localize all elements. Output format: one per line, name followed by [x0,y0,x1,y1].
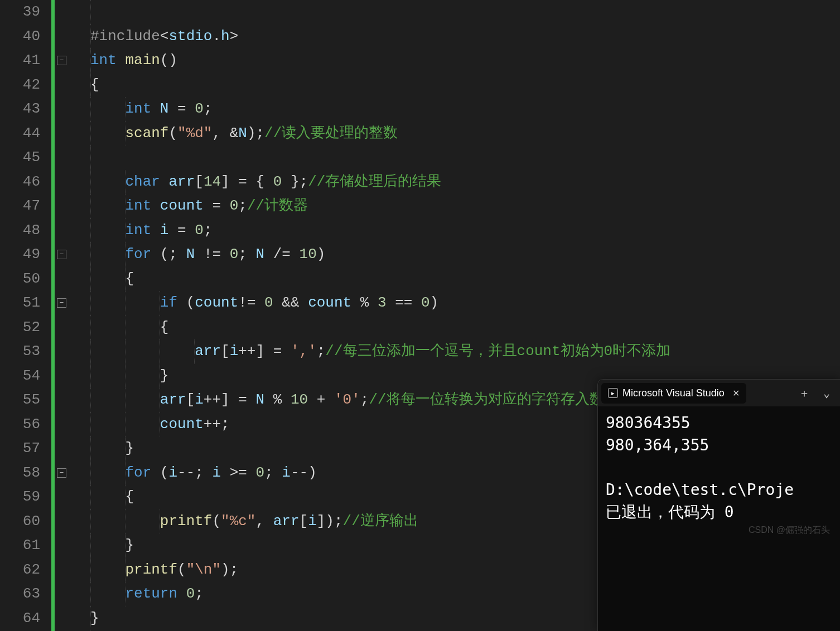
token-id: count [160,416,204,433]
token-str: ',' [291,343,317,360]
token-br: ) [325,513,334,530]
tab-dropdown-button[interactable]: ⌄ [817,383,837,403]
indent-guide [90,558,91,583]
indent-guide [90,533,91,558]
line-number: 48 [0,219,40,243]
token-op [90,100,125,117]
token-cm: //存储处理后的结果 [308,173,441,190]
token-br: { [256,173,273,190]
fold-toggle[interactable]: − [57,56,66,65]
indent-guide [90,364,91,389]
code-line[interactable]: for (; N != 0; N /= 10) [70,242,840,267]
indent-guide [125,509,125,534]
code-line[interactable]: scanf("%d", &N);//读入要处理的整数 [70,122,840,146]
code-line[interactable]: int i = 0; [70,219,840,243]
code-line[interactable]: { [70,73,840,98]
code-line[interactable]: #include<stdio.h> [70,25,840,49]
line-number: 62 [0,558,40,583]
token-br: [ [221,343,230,360]
token-op: = [168,100,195,117]
token-op: != [195,246,229,263]
line-number: 60 [0,509,40,534]
indent-guide [90,0,91,25]
indent-guide [125,267,125,292]
token-br: { [125,270,134,287]
token-br: [ [300,513,308,530]
indent-guide [125,339,125,364]
token-id: N [256,391,265,408]
token-op: ++; [204,416,230,433]
indent-guide [125,122,125,146]
token-op: ; [334,513,343,530]
indent-guide [90,582,91,606]
terminal-window[interactable]: ▸ Microsoft Visual Studio ✕ ＋ ⌄ 98036435… [597,379,840,631]
token-op [151,464,160,481]
token-str: "%c" [221,513,255,530]
token-pp: #include [90,28,160,45]
fold-toggle[interactable]: − [57,298,66,308]
code-line[interactable]: if (count!= 0 && count % 3 == 0) [70,291,840,316]
token-op: = [230,173,256,190]
indent-guide [90,461,91,486]
line-number: 59 [0,485,40,509]
line-number: 56 [0,412,40,437]
fold-column[interactable]: −−−− [55,0,70,631]
token-id: N [160,100,169,117]
indent-guide [90,267,91,292]
line-number: 52 [0,316,40,340]
code-line[interactable]: int N = 0; [70,97,840,122]
token-op [90,488,125,505]
terminal-output[interactable]: 980364355 980,364,355 D:\code\test.c\Pro… [598,406,840,529]
indent-guide [90,219,91,243]
code-line[interactable]: arr[i++] = ',';//每三位添加一个逗号，并且count初始为0时不… [70,339,840,364]
code-line[interactable]: int count = 0;//计数器 [70,194,840,219]
line-number: 54 [0,364,40,389]
token-num: 0 [230,197,239,214]
terminal-tab[interactable]: ▸ Microsoft Visual Studio ✕ [601,383,746,404]
code-line[interactable] [70,145,840,170]
token-op [90,440,125,457]
watermark: CSDN @倔强的石头 [749,525,830,536]
token-cm: //读入要处理的整数 [264,125,398,142]
token-br: ) [430,294,439,311]
token-op [90,125,125,142]
token-op: + [308,391,334,408]
token-id: N [238,125,247,142]
token-kw: if [160,294,177,311]
token-id: count [160,197,204,214]
token-br: ( [160,246,169,263]
fold-toggle[interactable]: − [57,250,66,259]
line-number: 46 [0,170,40,195]
indent-guide [90,122,91,146]
code-line[interactable]: { [70,316,840,340]
token-br: ] [221,173,230,190]
indent-guide [125,170,125,195]
new-tab-button[interactable]: ＋ [794,383,814,403]
token-br: } [282,173,299,190]
token-op: && [273,294,308,311]
token-op: --; [177,464,212,481]
token-br: ) [247,125,256,142]
token-kw: int [90,52,117,69]
token-cm: //每三位添加一个逗号，并且count初始为0时不添加 [325,343,670,360]
chevron-down-icon: ⌄ [823,386,830,400]
token-br: ) [317,246,326,263]
token-br: [ [186,391,195,408]
token-br: } [160,367,169,384]
close-icon[interactable]: ✕ [732,388,740,399]
code-line[interactable]: { [70,267,840,292]
fold-toggle[interactable]: − [57,468,66,478]
token-op [151,222,160,239]
code-line[interactable] [70,0,840,25]
token-num: 10 [300,246,317,263]
token-op: ; [168,246,186,263]
indent-guide [90,388,91,412]
code-line[interactable]: int main() [70,48,840,73]
token-op [90,270,125,287]
token-op [151,100,160,117]
code-line[interactable]: char arr[14] = { 0 };//存储处理后的结果 [70,170,840,195]
token-str: "%d" [177,125,212,142]
token-kw: int [125,197,151,214]
indent-guide [125,364,125,389]
token-br: ( [160,464,169,481]
